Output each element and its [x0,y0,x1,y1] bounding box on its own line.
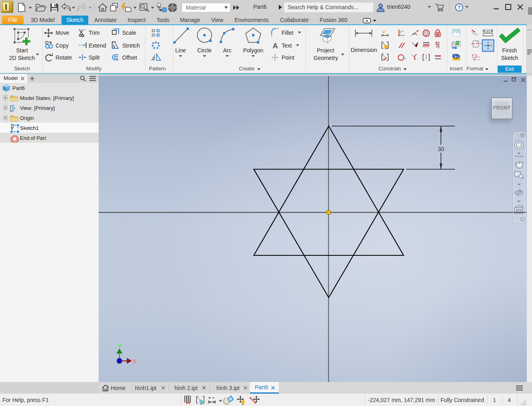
svg-text:?: ? [458,5,461,10]
svg-text:A: A [272,42,278,50]
svg-text:Y: Y [117,342,121,349]
svg-text:Z: Z [118,358,121,364]
svg-text:30: 30 [438,146,444,152]
svg-text:X: X [132,358,136,364]
svg-text:(x): (x) [486,29,490,33]
